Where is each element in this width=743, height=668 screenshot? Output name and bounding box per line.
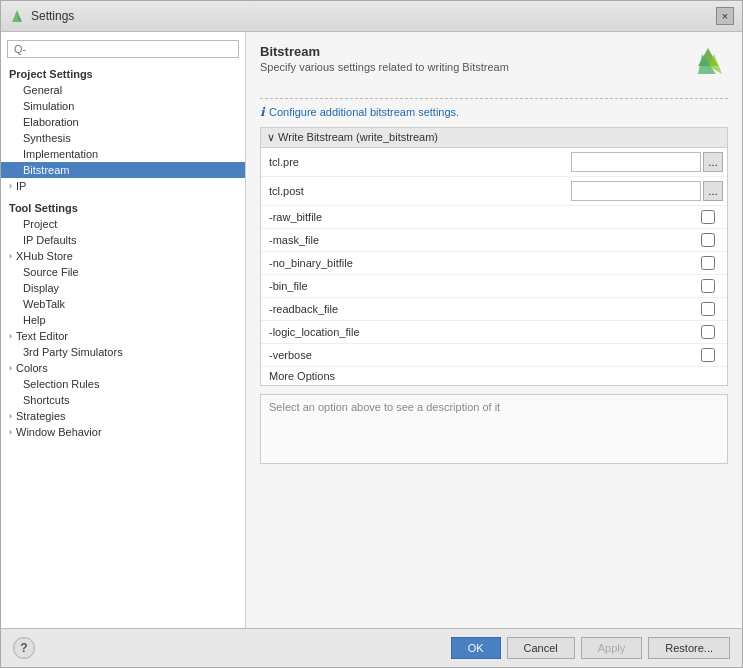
no-binary-bitfile-label: -no_binary_bitfile [261, 255, 567, 271]
content-title: Bitstream [260, 44, 509, 59]
tcl-pre-browse-button[interactable]: … [703, 152, 723, 172]
more-options-item[interactable]: More Options [261, 367, 727, 385]
dialog-title: Settings [31, 9, 74, 23]
tool-settings-header: Tool Settings [1, 198, 245, 216]
verbose-value [567, 346, 727, 364]
group-title: ∨ Write Bitstream (write_bitstream) [261, 128, 727, 148]
info-icon: ℹ [260, 105, 265, 119]
sidebar-item-text-editor[interactable]: › Text Editor [1, 328, 245, 344]
sidebar-item-webtalk[interactable]: WebTalk [1, 296, 245, 312]
sidebar-item-strategies[interactable]: › Strategies [1, 408, 245, 424]
sidebar-item-source-file[interactable]: Source File [1, 264, 245, 280]
apply-button[interactable]: Apply [581, 637, 643, 659]
restore-button[interactable]: Restore... [648, 637, 730, 659]
sidebar-item-implementation[interactable]: Implementation [1, 146, 245, 162]
strategies-arrow-icon: › [9, 411, 12, 421]
logic-location-file-checkbox[interactable] [701, 325, 715, 339]
description-placeholder: Select an option above to see a descript… [269, 401, 500, 413]
config-link-text: Configure additional bitstream settings. [269, 106, 459, 118]
sidebar-item-selection-rules[interactable]: Selection Rules [1, 376, 245, 392]
table-row: -mask_file [261, 229, 727, 252]
xhub-arrow-icon: › [9, 251, 12, 261]
sidebar-item-window-behavior-label: Window Behavior [16, 426, 102, 438]
bin-file-checkbox[interactable] [701, 279, 715, 293]
main-content: Bitstream Specify various settings relat… [246, 32, 742, 628]
verbose-checkbox[interactable] [701, 348, 715, 362]
header-divider [260, 98, 728, 99]
sidebar-item-colors[interactable]: › Colors [1, 360, 245, 376]
sidebar: Project Settings General Simulation Elab… [1, 32, 246, 628]
readback-file-checkbox[interactable] [701, 302, 715, 316]
close-button[interactable]: × [716, 7, 734, 25]
app-icon [9, 8, 25, 24]
table-row: -bin_file [261, 275, 727, 298]
description-box: Select an option above to see a descript… [260, 394, 728, 464]
mask-file-value [567, 231, 727, 249]
readback-file-label: -readback_file [261, 301, 567, 317]
tcl-post-value: … [567, 179, 727, 203]
cancel-button[interactable]: Cancel [507, 637, 575, 659]
raw-bitfile-checkbox[interactable] [701, 210, 715, 224]
tcl-post-browse-button[interactable]: … [703, 181, 723, 201]
help-button[interactable]: ? [13, 637, 35, 659]
tcl-pre-input[interactable] [571, 152, 701, 172]
sidebar-item-bitstream[interactable]: Bitstream [1, 162, 245, 178]
xilinx-logo [688, 44, 728, 84]
content-subtitle: Specify various settings related to writ… [260, 61, 509, 73]
sidebar-item-help[interactable]: Help [1, 312, 245, 328]
bin-file-label: -bin_file [261, 278, 567, 294]
no-binary-bitfile-value [567, 254, 727, 272]
no-binary-bitfile-checkbox[interactable] [701, 256, 715, 270]
sidebar-item-display[interactable]: Display [1, 280, 245, 296]
sidebar-item-elaboration[interactable]: Elaboration [1, 114, 245, 130]
dialog-body: Project Settings General Simulation Elab… [1, 32, 742, 628]
sidebar-item-simulation[interactable]: Simulation [1, 98, 245, 114]
sidebar-item-ip-label: IP [16, 180, 26, 192]
raw-bitfile-label: -raw_bitfile [261, 209, 567, 225]
sidebar-item-ip[interactable]: › IP [1, 178, 245, 194]
sidebar-item-3rd-party[interactable]: 3rd Party Simulators [1, 344, 245, 360]
bin-file-value [567, 277, 727, 295]
sidebar-item-text-editor-label: Text Editor [16, 330, 68, 342]
sidebar-item-strategies-label: Strategies [16, 410, 66, 422]
project-settings-header: Project Settings [1, 64, 245, 82]
sidebar-item-shortcuts[interactable]: Shortcuts [1, 392, 245, 408]
search-input[interactable] [14, 43, 232, 55]
table-row: -logic_location_file [261, 321, 727, 344]
sidebar-item-general[interactable]: General [1, 82, 245, 98]
tcl-post-input[interactable] [571, 181, 701, 201]
sidebar-item-xhub-label: XHub Store [16, 250, 73, 262]
table-row: -no_binary_bitfile [261, 252, 727, 275]
table-row: tcl.post … [261, 177, 727, 206]
sidebar-item-ip-defaults[interactable]: IP Defaults [1, 232, 245, 248]
sidebar-item-colors-label: Colors [16, 362, 48, 374]
sidebar-item-xhub[interactable]: › XHub Store [1, 248, 245, 264]
table-row: -raw_bitfile [261, 206, 727, 229]
footer-buttons: OK Cancel Apply Restore... [451, 637, 730, 659]
search-box [7, 40, 239, 58]
ip-arrow-icon: › [9, 181, 12, 191]
tcl-pre-label: tcl.pre [261, 154, 567, 170]
config-link[interactable]: ℹ Configure additional bitstream setting… [260, 105, 728, 119]
table-row: -verbose [261, 344, 727, 367]
raw-bitfile-value [567, 208, 727, 226]
sidebar-item-project[interactable]: Project [1, 216, 245, 232]
colors-arrow-icon: › [9, 363, 12, 373]
window-behavior-arrow-icon: › [9, 427, 12, 437]
ok-button[interactable]: OK [451, 637, 501, 659]
settings-dialog: Settings × Project Settings General Simu… [0, 0, 743, 668]
verbose-label: -verbose [261, 347, 567, 363]
mask-file-label: -mask_file [261, 232, 567, 248]
title-bar: Settings × [1, 1, 742, 32]
table-row: -readback_file [261, 298, 727, 321]
mask-file-checkbox[interactable] [701, 233, 715, 247]
sidebar-item-synthesis[interactable]: Synthesis [1, 130, 245, 146]
write-bitstream-group: ∨ Write Bitstream (write_bitstream) tcl.… [260, 127, 728, 386]
content-header: Bitstream Specify various settings relat… [260, 44, 728, 84]
tcl-post-label: tcl.post [261, 183, 567, 199]
sidebar-item-window-behavior[interactable]: › Window Behavior [1, 424, 245, 440]
logic-location-file-label: -logic_location_file [261, 324, 567, 340]
readback-file-value [567, 300, 727, 318]
table-row: tcl.pre … [261, 148, 727, 177]
dialog-footer: ? OK Cancel Apply Restore... [1, 628, 742, 667]
